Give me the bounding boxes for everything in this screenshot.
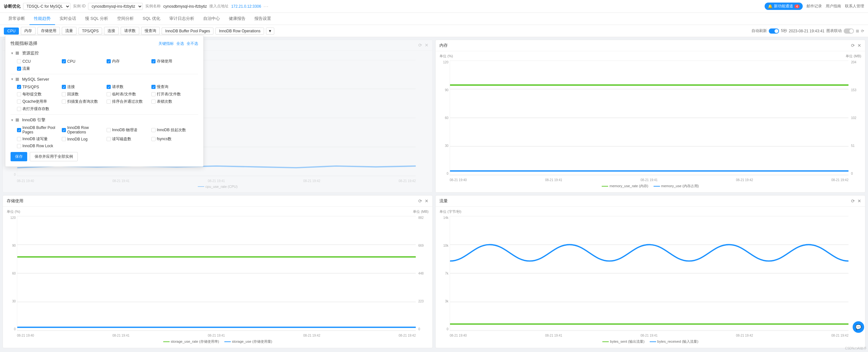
metric-tab-row-ops[interactable]: InnoDB Row Operations bbox=[215, 28, 264, 35]
mysql-arrow-icon[interactable]: ▼ bbox=[10, 77, 14, 81]
cpu-close-icon[interactable]: ✕ bbox=[425, 42, 429, 48]
cb-memory[interactable]: 内存 bbox=[106, 59, 151, 64]
cb-innodb-log[interactable]: InnoDB Log bbox=[62, 136, 106, 142]
cb-read-volume[interactable]: InnoDB 读写量 bbox=[17, 136, 62, 142]
cb-traffic[interactable]: 流量 bbox=[17, 66, 62, 71]
cb-row-lock[interactable]: InnoDB Row Lock bbox=[17, 144, 62, 148]
metric-tab-slow-query[interactable]: 慢查询 bbox=[141, 27, 160, 35]
cb-physical-read[interactable]: InnoDB 物理读 bbox=[106, 125, 151, 134]
user-guide-link[interactable]: 用户指南 bbox=[826, 3, 841, 9]
deselect-all-link[interactable]: 全不选 bbox=[187, 41, 198, 46]
cb-fsyncs[interactable]: fsyncs数 bbox=[151, 136, 196, 142]
cb-rollbacks[interactable]: 回滚数 bbox=[62, 92, 106, 97]
cb-row-lock-box[interactable] bbox=[17, 144, 21, 148]
cb-qcache[interactable]: Qcache使用率 bbox=[17, 99, 62, 104]
cb-storage-use-box[interactable] bbox=[151, 59, 156, 63]
cb-read-volume-box[interactable] bbox=[17, 137, 21, 141]
cb-connections-box[interactable] bbox=[62, 85, 66, 89]
metric-tab-cpu[interactable]: CPU bbox=[4, 28, 19, 35]
nav-sql-optimize[interactable]: SQL 优化 bbox=[138, 13, 165, 25]
traffic-close-icon[interactable]: ✕ bbox=[858, 198, 861, 203]
grid-icon[interactable]: ⊞ bbox=[856, 29, 859, 33]
memory-close-icon[interactable]: ✕ bbox=[858, 43, 861, 48]
cb-scan-merge-box[interactable] bbox=[62, 99, 66, 104]
nav-performance[interactable]: 性能趋势 bbox=[29, 13, 55, 25]
cb-rollbacks-box[interactable] bbox=[62, 92, 66, 96]
auto-refresh-toggle[interactable] bbox=[769, 29, 779, 34]
nav-self-service[interactable]: 自治中心 bbox=[199, 13, 224, 25]
cb-open-tables[interactable]: 打开表/文件数 bbox=[151, 92, 196, 97]
metric-tab-connections[interactable]: 连接 bbox=[104, 27, 119, 35]
cb-cpu-box[interactable] bbox=[62, 59, 66, 63]
refresh-icon[interactable]: ⟳ bbox=[861, 29, 864, 33]
cb-pending-calls-box[interactable] bbox=[151, 128, 156, 132]
metric-tab-traffic[interactable]: 流量 bbox=[62, 27, 76, 35]
more-options-dots[interactable]: ··· bbox=[264, 4, 269, 9]
cb-row-ops[interactable]: InnoDB Row Operations bbox=[62, 125, 106, 134]
cb-physical-read-box[interactable] bbox=[106, 128, 111, 132]
cb-temp-files[interactable]: 临时表/文件数 bbox=[106, 92, 151, 97]
metric-tab-more[interactable]: ▼ bbox=[266, 28, 274, 35]
nav-realtime[interactable]: 实时会话 bbox=[55, 13, 81, 25]
cb-pending-calls[interactable]: InnoDB 挂起次数 bbox=[151, 125, 196, 134]
cb-buffer-pool[interactable]: InnoDB Buffer Pool Pages bbox=[17, 125, 62, 134]
cb-row-ops-box[interactable] bbox=[62, 128, 66, 132]
nav-report-settings[interactable]: 报告设置 bbox=[250, 13, 276, 25]
cb-queries-box[interactable] bbox=[106, 85, 111, 89]
storage-refresh-icon[interactable]: ⟳ bbox=[418, 198, 422, 203]
cb-commits-per-sec-box[interactable] bbox=[17, 92, 21, 96]
cb-slow-query[interactable]: 慢查询 bbox=[151, 84, 196, 90]
memory-refresh-icon[interactable]: ⟳ bbox=[851, 43, 855, 48]
nav-space[interactable]: 空间分析 bbox=[113, 13, 138, 25]
cb-ccu[interactable]: CCU bbox=[17, 59, 62, 64]
metric-tab-tps-qps[interactable]: TPS/QPS bbox=[79, 28, 102, 35]
instance-id-select[interactable]: cynosdbmysql-ins-ifzbytiz bbox=[88, 3, 143, 10]
nav-audit-log[interactable]: 审计日志分析 bbox=[165, 13, 199, 25]
cb-traffic-box[interactable] bbox=[17, 67, 21, 71]
email-link[interactable]: 邮件记录 bbox=[807, 3, 822, 9]
refresh-interval[interactable]: 5秒 bbox=[781, 28, 787, 34]
cb-tps-qps-box[interactable] bbox=[17, 85, 21, 89]
cb-sort-merge[interactable]: 排序合并通过次数 bbox=[106, 99, 151, 104]
innodb-arrow-icon[interactable]: ▼ bbox=[10, 119, 14, 122]
cb-open-tables-box[interactable] bbox=[151, 92, 156, 96]
cb-commits-per-sec[interactable]: 每秒提交数 bbox=[17, 92, 62, 97]
traffic-refresh-icon[interactable]: ⟳ bbox=[851, 198, 855, 203]
key-metrics-link[interactable]: 关键指标 bbox=[158, 41, 174, 46]
cb-innodb-log-box[interactable] bbox=[62, 137, 66, 141]
cb-table-locks-box[interactable] bbox=[151, 99, 156, 104]
notification-button[interactable]: 🔔 新功能通道 4 bbox=[765, 3, 803, 10]
storage-close-icon[interactable]: ✕ bbox=[425, 198, 429, 203]
cb-cpu[interactable]: CPU bbox=[62, 59, 106, 64]
cb-connections[interactable]: 连接 bbox=[62, 84, 106, 90]
cb-scan-merge[interactable]: 扫描复合查询次数 bbox=[62, 99, 106, 104]
cb-ccu-box[interactable] bbox=[17, 59, 21, 63]
cb-table-locks[interactable]: 表锁次数 bbox=[151, 99, 196, 104]
cb-disk-rw[interactable]: 读写磁盘数 bbox=[106, 136, 151, 142]
cpu-refresh-icon[interactable]: ⟳ bbox=[418, 42, 422, 48]
cb-open-frm[interactable]: 表打开缓存存数 bbox=[17, 106, 62, 112]
admin-link[interactable]: 联系人管理 bbox=[845, 3, 864, 9]
metric-tab-storage[interactable]: 存储使用 bbox=[37, 27, 60, 35]
cb-slow-query-box[interactable] bbox=[151, 85, 156, 89]
cb-memory-box[interactable] bbox=[106, 59, 111, 63]
select-all-link[interactable]: 全选 bbox=[176, 41, 184, 46]
metric-tab-memory[interactable]: 内存 bbox=[21, 27, 35, 35]
save-all-button[interactable]: 保存并应用于全部实例 bbox=[30, 152, 78, 161]
nav-exception[interactable]: 异常诊断 bbox=[4, 13, 29, 25]
service-type-select[interactable]: TDSQL-C for MySQL bbox=[23, 3, 70, 10]
cb-tps-qps[interactable]: TPS/QPS bbox=[17, 84, 62, 90]
resource-arrow-icon[interactable]: ▼ bbox=[10, 52, 14, 55]
access-ip[interactable]: 172.21.0.12:3306 bbox=[231, 4, 261, 9]
cb-queries[interactable]: 请求数 bbox=[106, 84, 151, 90]
cb-temp-files-box[interactable] bbox=[106, 92, 111, 96]
cb-disk-rw-box[interactable] bbox=[106, 137, 111, 141]
cb-qcache-box[interactable] bbox=[17, 99, 21, 104]
save-button[interactable]: 保存 bbox=[10, 152, 27, 161]
chart-drag-toggle[interactable] bbox=[844, 29, 854, 34]
cb-open-frm-box[interactable] bbox=[17, 107, 21, 111]
metric-tab-buffer-pool[interactable]: InnoDB Buffer Pool Pages bbox=[162, 28, 214, 35]
nav-health-report[interactable]: 健康报告 bbox=[224, 13, 250, 25]
chat-bubble[interactable]: 💬 bbox=[852, 321, 864, 333]
metric-tab-queries[interactable]: 请求数 bbox=[121, 27, 139, 35]
